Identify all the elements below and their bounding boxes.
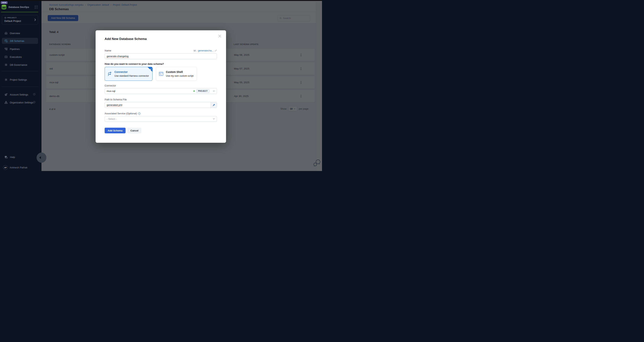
chevron-down-icon [213, 118, 215, 120]
connector-select[interactable]: mux-sql PROJECT [105, 88, 217, 94]
pipelines-icon [4, 47, 8, 50]
brand-row: Database DevOps [0, 4, 42, 11]
collapse-arrow-icon [39, 156, 41, 159]
project-selector-label: PROJECT [4, 17, 17, 19]
pin-button[interactable] [210, 102, 217, 108]
module-grid-icon[interactable] [35, 6, 38, 9]
schema-id: Id : generatecha... [194, 49, 217, 52]
brand-underline [1, 12, 38, 12]
avatar: AP [3, 165, 8, 170]
chevron-down-icon [213, 90, 215, 92]
path-field: generated.yml [105, 102, 217, 108]
connector-label: Connector [105, 84, 217, 87]
sidebar-item-executions[interactable]: Executions [2, 54, 38, 60]
path-label: Path to Schema File [105, 98, 217, 101]
info-icon[interactable] [33, 93, 36, 96]
sidebar: NEW Database DevOps PROJECT Default Proj… [0, 1, 42, 171]
new-badge: NEW [1, 1, 8, 4]
option-desc: Use my own custom script [166, 75, 194, 77]
cancel-button[interactable]: Cancel [128, 128, 142, 133]
modal-title: Add New Database Schema [105, 37, 217, 41]
user-name: Animesh Pathak [10, 166, 28, 169]
option-desc: Use standard Harness connector [114, 75, 149, 77]
home-icon [4, 32, 8, 35]
edit-pencil-icon[interactable] [214, 49, 217, 52]
help-button[interactable]: ? Help [2, 154, 38, 160]
sidebar-item-pipelines[interactable]: Pipelines [2, 46, 38, 52]
name-label: Name [105, 49, 111, 52]
option-title: Connector [114, 70, 149, 73]
option-card-custom-shell[interactable]: Custom Shell Use my own custom script [156, 67, 197, 81]
governance-gear-icon [4, 63, 8, 66]
path-input[interactable]: generated.yml [105, 102, 210, 108]
sidebar-collapse-handle[interactable] [36, 153, 46, 163]
gear-icon [4, 78, 8, 81]
close-icon[interactable] [218, 34, 222, 38]
help-chat-icon: ? [4, 156, 8, 159]
option-title: Custom Shell [166, 70, 194, 73]
project-selector-value: Default Project [4, 19, 21, 22]
db-schema-icon [4, 39, 8, 42]
info-icon[interactable] [33, 101, 36, 104]
terminal-icon [159, 72, 164, 76]
sidebar-item-account-settings[interactable]: Account Settings [2, 91, 38, 97]
window-top-edge [0, 0, 322, 1]
associated-service-select[interactable]: - Select - [105, 116, 217, 122]
pin-icon [212, 104, 215, 106]
database-devops-logo-icon [1, 4, 7, 11]
chat-widget-icon[interactable] [313, 159, 321, 168]
scope-badge: PROJECT [196, 89, 210, 93]
app-title: Database DevOps [8, 6, 29, 8]
connector-branch-icon [108, 71, 112, 76]
executions-icon [4, 55, 8, 58]
check-icon [150, 67, 152, 71]
sidebar-item-project-settings[interactable]: Project Settings [2, 77, 38, 83]
app-root: NEW Database DevOps PROJECT Default Proj… [0, 0, 322, 171]
sidebar-item-db-schemas[interactable]: DB Schemas [2, 38, 38, 44]
project-selector[interactable]: PROJECT Default Project [2, 15, 38, 24]
associated-service-label: Associated Service (Optional) [105, 112, 137, 115]
connect-question: How do you want to connect to your data … [105, 62, 217, 65]
chevron-right-icon [34, 18, 36, 22]
svg-text:?: ? [6, 156, 6, 157]
user-menu[interactable]: AP Animesh Pathak [2, 164, 40, 170]
option-card-connector[interactable]: Connector Use standard Harness connector [105, 67, 152, 81]
schema-id-value[interactable]: generatecha... [198, 49, 214, 52]
sidebar-item-db-governance[interactable]: DB Governance [2, 62, 38, 68]
cube-icon [4, 17, 6, 19]
info-icon[interactable] [138, 112, 141, 115]
sidebar-divider [2, 87, 38, 87]
name-input[interactable]: generate-changelog [105, 53, 217, 59]
org-gear-icon [4, 101, 8, 104]
sidebar-item-organization-settings[interactable]: Organization Settings [2, 99, 38, 105]
add-schema-button[interactable]: Add Schema [105, 128, 126, 133]
layers-gear-icon [4, 93, 8, 96]
sidebar-item-overview[interactable]: Overview [2, 30, 38, 36]
connector-status-dot [194, 90, 195, 92]
sidebar-divider [2, 71, 38, 71]
add-schema-modal: Add New Database Schema Name Id : genera… [96, 30, 226, 143]
